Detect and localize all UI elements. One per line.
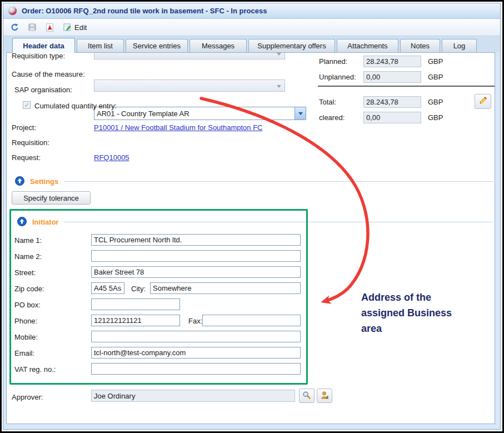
requisition-label: Requisition: [12,138,49,147]
tab-strip: Header data Item list Service entries Me… [3,36,500,52]
order-window: Order: O10006 RFQ_2nd round tile work in… [3,3,501,430]
annotation-note: Address of the assigned Business area [361,290,464,336]
chevron-down-icon [277,53,281,56]
unplanned-currency: GBP [428,73,443,81]
email-label: Email: [14,349,34,357]
po-box-input[interactable] [91,298,180,310]
sap-organisation-select[interactable] [94,107,306,120]
select-approver-button[interactable] [317,389,332,403]
cumulated-quantity-checkbox: ✓ [23,101,31,109]
person-icon [320,391,329,401]
sap-organisation-value[interactable] [94,107,306,120]
cause-of-measure-label: Cause of the measure: [12,70,85,78]
zip-code-input[interactable] [91,282,124,294]
tab-attachments[interactable]: Attachments [337,39,398,52]
tab-item-list[interactable]: Item list [77,39,124,52]
project-label: Project: [12,123,36,132]
street-input[interactable] [91,266,301,278]
phone-label: Phone: [14,317,37,325]
tab-supplementary-offers[interactable]: Supplementary offers [248,39,335,52]
edit-button[interactable]: Edit [63,23,87,32]
request-link[interactable]: RFQ10005 [94,153,129,162]
edit-button-label: Edit [74,23,87,32]
tab-log[interactable]: Log [442,39,477,52]
cleared-currency: GBP [428,113,443,122]
cleared-label: cleared: [319,113,345,122]
name2-input[interactable] [91,250,301,262]
initiator-section-title: Initiator [32,218,59,226]
zip-code-label: Zip code: [14,285,44,293]
city-label: City: [131,285,146,293]
total-value [363,96,421,108]
settings-section-line [64,181,493,182]
street-label: Street: [14,268,36,277]
request-label: Request: [12,153,41,162]
unplanned-value [363,71,421,83]
po-box-label: PO box: [14,301,41,309]
dropdown-button[interactable] [295,107,306,120]
requisition-type-select [94,52,285,59]
planned-currency: GBP [428,57,443,66]
refresh-icon [10,23,19,32]
chevron-down-icon [298,112,303,115]
initiator-expand-icon[interactable] [17,217,27,228]
pencil-icon [478,96,487,107]
name2-label: Name 2: [14,252,42,261]
approver-value [91,390,295,402]
project-link[interactable]: P10001 / New Football Stadium for Southa… [94,123,263,132]
vat-reg-input[interactable] [91,363,301,375]
settings-expand-icon[interactable] [15,176,24,188]
tab-messages[interactable]: Messages [189,39,247,52]
fax-input[interactable] [202,315,301,326]
totals-divider [318,86,495,87]
tab-service-entries[interactable]: Service entries [126,39,188,52]
header-data-pane: Requisition type: Cause of the measure: … [6,52,495,424]
app-sphere-icon [8,7,17,15]
save-button [28,23,37,32]
sap-organisation-label: SAP organisation: [14,86,72,94]
search-icon [302,391,311,401]
screenshot-frame: Order: O10006 RFQ_2nd round tile work in… [0,0,504,433]
tab-notes[interactable]: Notes [400,39,440,52]
edit-icon [63,23,72,32]
total-currency: GBP [428,98,443,106]
specify-tolerance-button[interactable]: Specify tolerance [12,191,91,205]
settings-section-title: Settings [30,177,58,186]
initiator-section-line [64,222,493,222]
pdf-icon [45,23,54,32]
unplanned-label: Unplanned: [319,73,356,81]
email-input[interactable] [91,347,301,359]
window-title: Order: O10006 RFQ_2nd round tile work in… [22,7,267,15]
vat-reg-label: VAT reg. no.: [14,365,56,374]
planned-value [363,56,421,67]
phone-input[interactable] [91,315,180,326]
save-icon [28,23,37,32]
requisition-type-label: Requisition type: [12,52,65,60]
approver-label: Approver: [12,393,43,401]
title-bar: Order: O10006 RFQ_2nd round tile work in… [3,3,500,19]
edit-total-button[interactable] [475,94,491,109]
cleared-value [363,112,421,123]
total-label: Total: [319,98,336,106]
tab-header-data[interactable]: Header data [12,38,75,53]
fax-label: Fax: [188,317,202,325]
chevron-down-icon [277,85,281,88]
refresh-button[interactable] [10,23,19,32]
city-input[interactable] [150,282,301,294]
mobile-label: Mobile: [14,333,38,341]
cumulated-quantity-label: Cumulated quantity entry: [34,102,117,110]
cause-of-measure-select [94,79,285,92]
approver-search-button[interactable] [299,389,315,403]
toolbar: Edit [3,19,500,36]
planned-label: Planned: [319,57,347,66]
mobile-input[interactable] [91,331,301,342]
name1-label: Name 1: [14,236,42,245]
name1-input[interactable] [91,234,301,246]
pdf-button[interactable] [45,23,54,32]
